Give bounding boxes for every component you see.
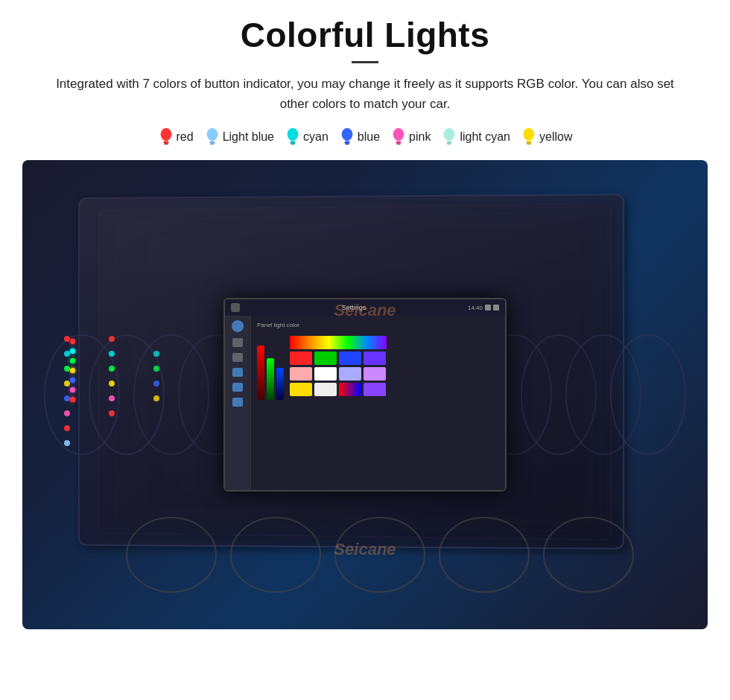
screen-body: Panel light color <box>225 316 505 490</box>
svg-point-45 <box>64 395 70 401</box>
bulb-icon-light-blue <box>204 127 220 147</box>
svg-rect-2 <box>163 142 168 144</box>
brightness-icon <box>232 368 243 377</box>
swatch-off-white <box>314 383 337 396</box>
screen-sidebar <box>225 316 251 490</box>
panel-light-color-label: Panel light color <box>257 322 499 328</box>
signal-icon <box>485 305 491 311</box>
swatch-light-red <box>290 367 312 381</box>
blue-slider <box>276 368 284 400</box>
svg-point-12 <box>341 128 352 141</box>
swatch-row-3 <box>290 383 387 396</box>
center-screen: Settings 14:40 <box>223 298 507 491</box>
swatch-blue <box>339 351 361 365</box>
swatch-light-blue <box>339 367 361 381</box>
swatch-row-2 <box>290 367 387 381</box>
swatch-violet <box>364 383 386 396</box>
svg-point-41 <box>64 336 70 342</box>
svg-rect-10 <box>290 142 295 144</box>
car-radio-panel: ! ! ! A/C <box>22 160 708 629</box>
color-label-blue: blue <box>358 130 380 144</box>
bulb-icon-cyan <box>285 127 301 147</box>
svg-rect-3 <box>164 144 168 145</box>
svg-point-24 <box>524 128 535 141</box>
description-text: Integrated with 7 colors of button indic… <box>41 74 689 114</box>
svg-point-8 <box>288 128 299 141</box>
swatch-white <box>314 367 337 381</box>
rgb-sliders <box>257 336 284 403</box>
svg-point-42 <box>64 351 70 357</box>
rainbow-swatch <box>290 336 387 349</box>
color-label-yellow: yellow <box>539 130 572 144</box>
svg-rect-22 <box>447 142 452 144</box>
green-slider <box>267 358 274 400</box>
svg-rect-27 <box>527 144 531 145</box>
color-item-light-blue: Light blue <box>204 127 274 147</box>
bulb-icon-pink <box>390 127 407 147</box>
undo-icon <box>232 353 243 362</box>
color-item-yellow: yellow <box>521 127 572 147</box>
svg-rect-19 <box>396 144 401 145</box>
swatch-green <box>314 351 337 365</box>
swatch-light-purple <box>364 367 386 381</box>
svg-point-46 <box>64 410 70 416</box>
red-slider <box>257 346 264 400</box>
screen-content: Panel light color <box>251 316 505 490</box>
svg-point-47 <box>64 425 70 431</box>
svg-point-44 <box>64 381 70 386</box>
screen-header: Settings 14:40 <box>225 299 505 316</box>
bulb-icon-light-cyan <box>441 127 457 147</box>
color-item-light-cyan: light cyan <box>441 127 510 147</box>
color-label-pink: pink <box>409 130 431 144</box>
svg-rect-26 <box>526 142 531 144</box>
bulb-icon-red <box>158 127 174 147</box>
swatch-row-1 <box>290 351 387 365</box>
color-label-cyan: cyan <box>303 130 328 144</box>
color-item-pink: pink <box>390 127 431 147</box>
page-container: Colorful Lights Integrated with 7 colors… <box>0 0 730 700</box>
color-label-light-cyan: light cyan <box>460 130 510 144</box>
color-item-cyan: cyan <box>285 127 328 147</box>
svg-point-0 <box>160 128 171 141</box>
color-swatches <box>290 336 387 396</box>
svg-point-43 <box>64 366 70 372</box>
battery-icon <box>493 305 499 311</box>
svg-rect-15 <box>345 144 349 145</box>
swatch-red <box>290 351 312 365</box>
back-icon <box>232 338 243 347</box>
color-item-blue: blue <box>339 127 380 147</box>
led-column-1 <box>70 339 75 402</box>
svg-point-4 <box>206 128 218 141</box>
bass-icon <box>232 398 243 407</box>
color-label-red: red <box>177 130 194 144</box>
swatch-purple <box>364 351 386 365</box>
svg-rect-23 <box>448 144 452 145</box>
home-icon <box>231 303 240 312</box>
bulb-icon-yellow <box>521 127 537 147</box>
bulb-icon-blue <box>339 127 355 147</box>
svg-rect-7 <box>210 144 215 145</box>
svg-rect-14 <box>344 142 349 144</box>
swatch-gradient <box>339 383 361 396</box>
color-legend: red Light blue cyan <box>22 127 708 147</box>
page-title: Colorful Lights <box>22 15 708 55</box>
screen-title: Settings <box>240 304 468 311</box>
svg-rect-18 <box>396 142 401 144</box>
title-section: Colorful Lights <box>22 15 708 63</box>
product-image: ! ! ! A/C <box>22 160 708 629</box>
screen-time: 14:40 <box>468 305 483 311</box>
swatch-yellow <box>290 383 312 396</box>
svg-rect-6 <box>209 142 215 144</box>
svg-rect-11 <box>291 144 295 145</box>
svg-point-20 <box>444 128 455 141</box>
svg-point-16 <box>393 128 404 141</box>
power-icon <box>232 320 244 332</box>
color-item-red: red <box>158 127 194 147</box>
title-divider <box>352 61 378 63</box>
svg-point-48 <box>64 440 70 446</box>
volume-icon <box>232 383 243 392</box>
color-label-light-blue: Light blue <box>223 130 274 144</box>
